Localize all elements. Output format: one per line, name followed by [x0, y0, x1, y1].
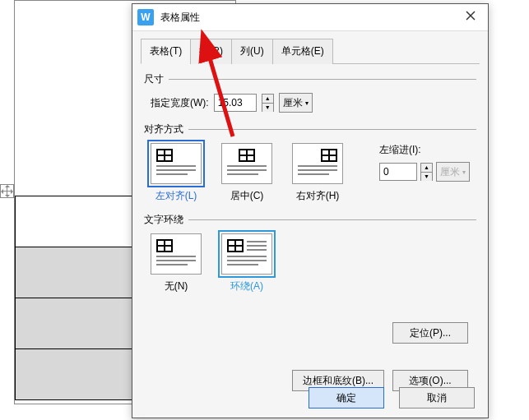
align-center-label: 居中(C) [230, 189, 264, 203]
wrap-around-option[interactable]: 环绕(A) [221, 233, 272, 293]
chevron-down-icon: ▾ [462, 168, 466, 176]
tab-column[interactable]: 列(U) [231, 39, 273, 64]
spin-down-icon[interactable]: ▼ [421, 173, 432, 181]
align-right-option[interactable]: 右对齐(H) [292, 143, 343, 203]
left-indent-spinner[interactable]: ▲ ▼ [420, 163, 433, 181]
spin-up-icon[interactable]: ▲ [421, 164, 432, 173]
divider [169, 79, 476, 80]
left-indent-input[interactable] [379, 163, 417, 181]
table-move-handle[interactable] [0, 184, 14, 198]
size-group-title: 尺寸 [144, 72, 164, 86]
align-left-option[interactable]: 左对齐(L) [151, 143, 202, 203]
cancel-button[interactable]: 取消 [399, 387, 475, 408]
chevron-down-icon: ▾ [305, 99, 309, 107]
table-properties-dialog: W 表格属性 表格(T) 行(R) 列(U) 单元格(E) 尺寸 指定宽度(W)… [132, 3, 489, 418]
align-left-label: 左对齐(L) [155, 189, 197, 203]
spin-up-icon[interactable]: ▲ [262, 95, 273, 104]
left-indent-block: 左缩进(I): ▲ ▼ 厘米 ▾ [379, 143, 470, 182]
text-wrap-group: 文字环绕 无(N) [144, 213, 476, 293]
align-center-option[interactable]: 居中(C) [221, 143, 272, 203]
specify-width-input[interactable] [214, 94, 257, 112]
width-unit-dropdown[interactable]: 厘米 ▾ [279, 93, 313, 113]
spin-down-icon[interactable]: ▼ [262, 104, 273, 112]
left-indent-unit-value: 厘米 [440, 165, 460, 179]
tab-table[interactable]: 表格(T) [141, 39, 191, 64]
wrap-none-option[interactable]: 无(N) [151, 233, 202, 293]
tab-row[interactable]: 行(R) [190, 39, 232, 64]
wps-app-icon: W [137, 9, 154, 25]
size-group: 尺寸 指定宽度(W): ▲ ▼ 厘米 ▾ [144, 72, 476, 113]
align-right-label: 右对齐(H) [296, 189, 340, 203]
specify-width-label: 指定宽度(W): [151, 96, 209, 110]
wrap-around-label: 环绕(A) [230, 279, 263, 293]
titlebar: W 表格属性 [132, 4, 488, 31]
left-indent-unit-dropdown[interactable]: 厘米 ▾ [436, 162, 470, 182]
dialog-title: 表格属性 [160, 11, 458, 25]
text-wrap-group-title: 文字环绕 [144, 213, 183, 227]
ok-button[interactable]: 确定 [309, 387, 384, 408]
divider [188, 219, 476, 220]
tab-bar: 表格(T) 行(R) 列(U) 单元格(E) [141, 38, 480, 64]
specify-width-spinner[interactable]: ▲ ▼ [262, 94, 274, 112]
wrap-none-label: 无(N) [165, 279, 188, 293]
left-indent-label: 左缩进(I): [379, 143, 470, 157]
locate-button[interactable]: 定位(P)... [392, 322, 468, 344]
divider [188, 129, 476, 130]
vertical-ruler [0, 0, 15, 404]
alignment-group-title: 对齐方式 [144, 122, 183, 136]
tab-cell[interactable]: 单元格(E) [272, 39, 333, 64]
width-unit-value: 厘米 [283, 96, 303, 110]
alignment-group: 对齐方式 左对齐(L) [144, 122, 476, 203]
close-icon [465, 10, 476, 21]
close-button[interactable] [458, 9, 483, 25]
